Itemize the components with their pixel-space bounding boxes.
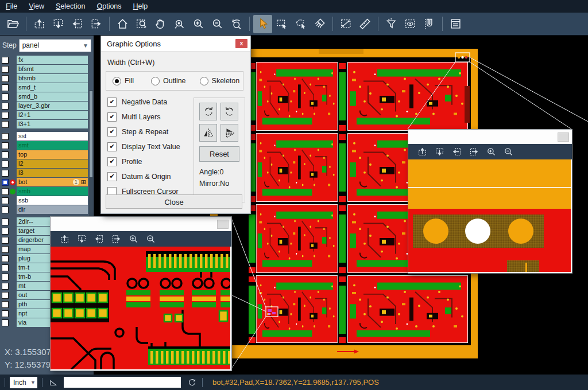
pan-down-button[interactable] [49, 15, 68, 33]
zoom-in-button[interactable] [125, 233, 142, 245]
checkbox-checked[interactable]: ✔ [107, 127, 117, 136]
pan-right-button[interactable] [107, 233, 125, 245]
layer-name[interactable]: smd_b [17, 92, 88, 101]
layer-name[interactable]: smb [17, 187, 88, 196]
radio-fill[interactable]: Fill [113, 77, 134, 85]
checkbox-checked[interactable]: ✔ [107, 142, 117, 151]
open-button[interactable] [3, 15, 22, 33]
zoom-in-button[interactable] [189, 15, 208, 33]
checkbox-datum-origin[interactable]: ✔Datum & Origin [107, 172, 180, 181]
filter-button[interactable] [382, 15, 401, 33]
checkbox-multi-layers[interactable]: ✔Multi Layers [107, 112, 180, 121]
zoom-out-button[interactable] [142, 233, 159, 245]
layer-visibility-checkbox[interactable] [2, 301, 9, 308]
rotate-ccw-button[interactable] [220, 103, 238, 120]
view-options-button[interactable] [401, 15, 420, 33]
command-input[interactable] [64, 377, 181, 388]
radio-button-selected[interactable] [113, 77, 121, 85]
zoom-window-button[interactable] [132, 15, 151, 33]
checkbox-checked[interactable]: ✔ [107, 112, 117, 122]
layer-visibility-checkbox[interactable] [2, 206, 9, 213]
layer-name[interactable]: sst [17, 132, 88, 141]
menu-selection[interactable]: Selection [50, 1, 91, 12]
mirror-horizontal-button[interactable] [199, 124, 217, 142]
layer-name[interactable]: l3+1 [17, 120, 88, 128]
magnifier-titlebar[interactable] [51, 217, 231, 231]
snap-button[interactable] [420, 15, 439, 33]
layer-row[interactable]: l3 [0, 169, 94, 177]
layer-name[interactable]: l3 [17, 169, 88, 177]
layer-visibility-checkbox[interactable] [2, 75, 9, 82]
select-tool-button[interactable] [253, 15, 272, 33]
pan-down-button[interactable] [73, 233, 90, 245]
layer-visibility-checkbox[interactable] [2, 121, 9, 128]
window-button[interactable] [217, 220, 229, 229]
layer-visibility-checkbox[interactable] [2, 112, 9, 119]
window-button[interactable] [558, 132, 569, 142]
layer-visibility-checkbox[interactable] [2, 228, 9, 235]
menu-help[interactable]: Help [127, 1, 154, 12]
ruler-button[interactable] [355, 15, 374, 33]
layer-row[interactable]: l2+1 [0, 111, 94, 119]
layer-visibility-checkbox[interactable] [2, 66, 9, 73]
menu-view[interactable]: View [23, 1, 50, 12]
layer-visibility-checkbox[interactable] [2, 237, 9, 244]
layer-name[interactable]: l2+1 [17, 111, 88, 119]
layer-row[interactable]: top [0, 150, 94, 159]
layer-row[interactable]: bfsmt [0, 65, 94, 73]
menu-options[interactable]: Options [91, 1, 127, 12]
layer-row[interactable]: bfsmb [0, 74, 94, 83]
layer-visibility-checkbox[interactable] [2, 283, 9, 290]
menu-file[interactable]: File [0, 1, 23, 12]
layer-visibility-checkbox[interactable] [2, 310, 9, 317]
layer-visibility-checkbox[interactable] [2, 170, 9, 177]
rotate-cw-button[interactable] [199, 103, 217, 120]
radio-button[interactable] [151, 77, 160, 85]
home-view-button[interactable] [113, 15, 132, 33]
checkbox-checked[interactable]: ✔ [107, 172, 117, 181]
layer-row[interactable]: sst [0, 132, 94, 141]
close-icon[interactable]: x [235, 39, 247, 48]
layer-visibility-checkbox[interactable] [2, 188, 9, 195]
dialog-titlebar[interactable]: Graphic Options x [101, 36, 250, 52]
checkbox-step-repeat[interactable]: ✔Step & Repeat [107, 127, 180, 136]
pan-left-button[interactable] [68, 15, 87, 33]
layer-row[interactable]: l3+1 [0, 120, 94, 128]
layer-name[interactable]: dir [17, 205, 88, 214]
layer-name[interactable]: ssb [17, 196, 88, 205]
refresh-button[interactable] [186, 377, 198, 388]
layer-name[interactable]: l2 [17, 159, 88, 168]
layer-visibility-checkbox[interactable] [2, 197, 9, 204]
radio-button[interactable] [200, 77, 208, 85]
layer-row[interactable]: l2 [0, 159, 94, 168]
measure-distance-button[interactable] [336, 15, 355, 33]
layer-row[interactable]: dir [0, 205, 94, 214]
layer-visibility-checkbox[interactable] [2, 255, 9, 262]
layer-row[interactable]: layer_3.gbr [0, 102, 94, 110]
layer-name[interactable]: smd_t [17, 83, 88, 92]
pan-up-button[interactable] [56, 233, 73, 245]
angle-mode-button[interactable] [47, 377, 59, 388]
magnifier-titlebar[interactable] [408, 130, 572, 144]
close-button[interactable]: Close [106, 194, 242, 209]
zoom-out-button[interactable] [500, 146, 517, 158]
layer-visibility-checkbox[interactable] [2, 246, 9, 253]
layer-visibility-checkbox[interactable] [2, 151, 9, 158]
radio-outline[interactable]: Outline [151, 77, 186, 85]
layer-visibility-checkbox[interactable] [2, 133, 9, 140]
zoom-object-button[interactable] [170, 15, 189, 33]
pan-up-button[interactable] [413, 146, 431, 158]
radio-skeleton[interactable]: Skeleton [200, 77, 240, 85]
layer-name[interactable]: bfsmb [17, 74, 88, 83]
pan-right-button[interactable] [465, 146, 482, 158]
layer-form-button[interactable] [446, 15, 465, 33]
reset-button[interactable]: Reset [199, 146, 239, 162]
layer-visibility-checkbox[interactable] [2, 274, 9, 280]
layer-row[interactable]: fx [0, 56, 94, 64]
checkbox-negative-data[interactable]: ✔Negative Data [107, 98, 180, 106]
layer-visibility-checkbox[interactable] [2, 103, 9, 110]
pan-hand-button[interactable] [151, 15, 170, 33]
magnified-pcb-view[interactable] [408, 159, 571, 272]
layer-row[interactable]: smt [0, 141, 94, 150]
layer-visibility-checkbox[interactable] [2, 264, 9, 271]
